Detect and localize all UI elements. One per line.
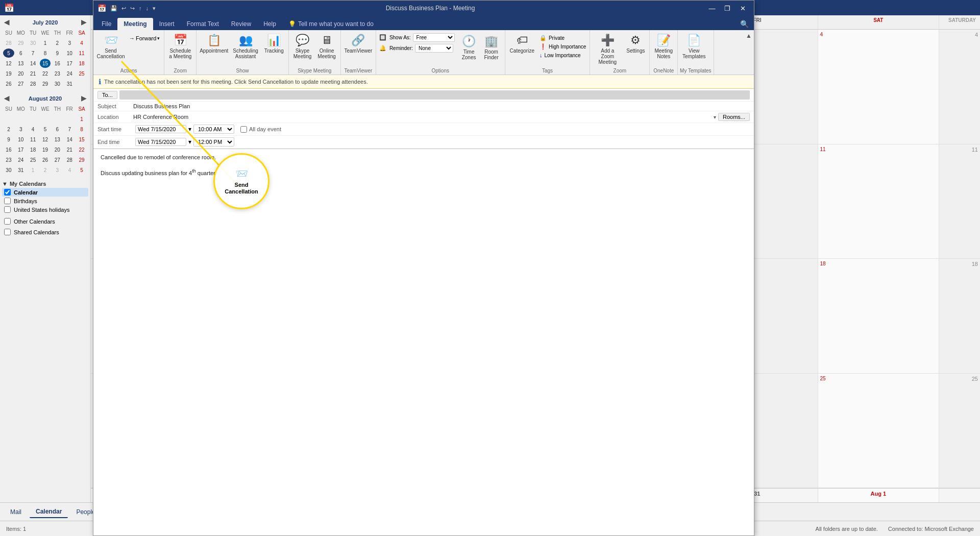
august-cal-header[interactable]: ◀ August 2020 ▶ — [2, 93, 88, 103]
categorize-btn[interactable]: 🏷 Categorize — [507, 32, 537, 65]
online-meeting-btn[interactable]: 🖥 OnlineMeeting — [315, 32, 338, 65]
aug-cal-day[interactable] — [3, 114, 14, 124]
review-tab[interactable]: Review — [225, 18, 257, 30]
aug-cal-day[interactable] — [40, 114, 51, 124]
birthdays-checkbox[interactable] — [4, 198, 11, 204]
aug-cal-day[interactable] — [52, 114, 63, 124]
meeting-qs-down[interactable]: ↓ — [146, 5, 149, 11]
cal-day[interactable]: 30 — [52, 79, 63, 88]
zoom-settings-btn[interactable]: ⚙ Settings — [624, 32, 647, 65]
aug-cal-day[interactable]: 20 — [52, 145, 63, 154]
aug-next-btn[interactable]: ▶ — [81, 94, 86, 102]
cal-cell-sat[interactable]: 25 — [818, 374, 939, 488]
aug-cal-day[interactable]: 4 — [28, 125, 39, 134]
meeting-close-btn[interactable]: ✕ — [736, 1, 750, 15]
cal-day[interactable]: 17 — [64, 59, 75, 68]
cal-day[interactable]: 23 — [52, 69, 63, 78]
private-btn[interactable]: 🔒 Private — [538, 34, 587, 42]
calendar-item[interactable]: Calendar — [2, 188, 88, 197]
aug-cal-day[interactable]: 16 — [3, 145, 14, 154]
aug-cal-day[interactable]: 31 — [15, 165, 27, 175]
cal-day[interactable]: 24 — [64, 69, 75, 78]
allday-checkbox[interactable] — [240, 126, 247, 133]
start-time-select[interactable]: 10:00 AM 10:30 AM 11:00 AM — [193, 125, 234, 134]
cal-day[interactable]: 16 — [52, 59, 63, 68]
meeting-qs-up[interactable]: ↑ — [139, 5, 142, 11]
cal-cell-sat[interactable]: 11 — [818, 144, 939, 259]
skype-meeting-btn[interactable]: 💬 SkypeMeeting — [291, 32, 314, 65]
insert-tab[interactable]: Insert — [153, 18, 181, 30]
aug-cal-day[interactable]: 2 — [3, 125, 14, 134]
show-as-select[interactable]: Free Busy Tentative Out of Office — [413, 33, 455, 42]
mail-tab[interactable]: Mail — [4, 506, 28, 518]
aug-cal-day[interactable]: 3 — [52, 165, 63, 175]
cal-day[interactable]: 10 — [64, 48, 75, 58]
cal-day-today[interactable]: 5 — [3, 48, 14, 58]
view-templates-btn[interactable]: 📄 ViewTemplates — [680, 32, 708, 65]
forward-btn[interactable]: → Forward ▾ — [127, 34, 162, 42]
scheduling-assistant-btn[interactable]: 👥 SchedulingAssistant — [230, 32, 260, 65]
meeting-qs-redo[interactable]: ↪ — [130, 5, 135, 12]
cal-day[interactable]: 7 — [28, 48, 39, 58]
cal-day[interactable]: 18 — [76, 59, 87, 68]
aug-cal-day[interactable]: 10 — [15, 135, 27, 144]
cal-cell-sat[interactable]: 4 — [818, 30, 939, 144]
cal-day[interactable]: 9 — [52, 48, 63, 58]
cal-day[interactable]: 1 — [40, 38, 51, 47]
meeting-restore-btn[interactable]: ❐ — [720, 1, 734, 15]
aug-cal-day[interactable]: 1 — [28, 165, 39, 175]
aug-cal-day[interactable]: 15 — [76, 135, 87, 144]
meeting-minimize-btn[interactable]: — — [705, 1, 719, 15]
birthdays-item[interactable]: Birthdays — [2, 197, 88, 205]
aug-cal-day[interactable]: 6 — [52, 125, 63, 134]
aug-cal-day[interactable]: 22 — [76, 145, 87, 154]
cal-day[interactable]: 25 — [76, 69, 87, 78]
end-date-cal-icon[interactable]: ▾ — [188, 138, 191, 145]
aug-cal-day[interactable]: 28 — [64, 155, 75, 164]
aug-cal-day[interactable]: 3 — [15, 125, 27, 134]
cal-day[interactable]: 29 — [15, 38, 27, 47]
cal-day[interactable]: 12 — [3, 59, 14, 68]
aug-cal-day[interactable]: 29 — [76, 155, 87, 164]
cal-day[interactable]: 30 — [28, 38, 39, 47]
meeting-qs-customize[interactable]: ▾ — [153, 5, 156, 12]
shared-calendars-checkbox[interactable] — [4, 229, 11, 235]
cal-day[interactable]: 3 — [64, 38, 75, 47]
meeting-qs-save[interactable]: 💾 — [110, 5, 117, 12]
other-calendars-checkbox[interactable] — [4, 218, 11, 225]
aug-cal-day[interactable]: 2 — [40, 165, 51, 175]
other-calendars-item[interactable]: Other Calendars — [2, 217, 88, 226]
us-holidays-item[interactable]: United States holidays — [2, 205, 88, 214]
aug-cal-day[interactable]: 18 — [28, 145, 39, 154]
aug-cal-day[interactable]: 26 — [40, 155, 51, 164]
aug-cal-day[interactable]: 24 — [15, 155, 27, 164]
aug-cal-day[interactable]: 13 — [52, 135, 63, 144]
room-finder-btn[interactable]: 🏢 RoomFinder — [481, 33, 502, 66]
location-dropdown-icon[interactable]: ▾ — [714, 114, 716, 120]
to-button[interactable]: To... — [97, 91, 117, 99]
aug-cal-day[interactable]: 19 — [40, 145, 51, 154]
cal-day[interactable] — [76, 79, 87, 88]
cal-day[interactable]: 28 — [3, 38, 14, 47]
cal-day[interactable]: 2 — [52, 38, 63, 47]
search-icon-btn[interactable]: 🔍 — [737, 18, 752, 30]
july-next-btn[interactable]: ▶ — [81, 18, 86, 26]
cal-cell-sat[interactable]: 18 — [818, 259, 939, 373]
subject-input[interactable] — [133, 103, 750, 109]
format-text-tab[interactable]: Format Text — [181, 18, 225, 30]
meeting-tab[interactable]: Meeting — [117, 18, 153, 30]
aug-cal-day[interactable]: 17 — [15, 145, 27, 154]
cal-day[interactable]: 20 — [15, 69, 27, 78]
aug-cal-day[interactable]: 7 — [64, 125, 75, 134]
rooms-button[interactable]: Rooms... — [718, 113, 750, 121]
cal-day[interactable]: 8 — [40, 48, 51, 58]
end-date-input[interactable] — [135, 138, 186, 146]
schedule-meeting-btn[interactable]: 📅 Schedulea Meeting — [166, 32, 194, 65]
cal-day[interactable]: 27 — [15, 79, 27, 88]
send-cancellation-btn[interactable]: 📨 SendCancellation — [95, 32, 126, 65]
us-holidays-checkbox[interactable] — [4, 206, 11, 213]
cal-day[interactable]: 4 — [76, 38, 87, 47]
cal-day[interactable]: 14 — [28, 59, 39, 68]
aug-cal-day[interactable]: 12 — [40, 135, 51, 144]
tracking-btn[interactable]: 📊 Tracking — [262, 32, 286, 65]
